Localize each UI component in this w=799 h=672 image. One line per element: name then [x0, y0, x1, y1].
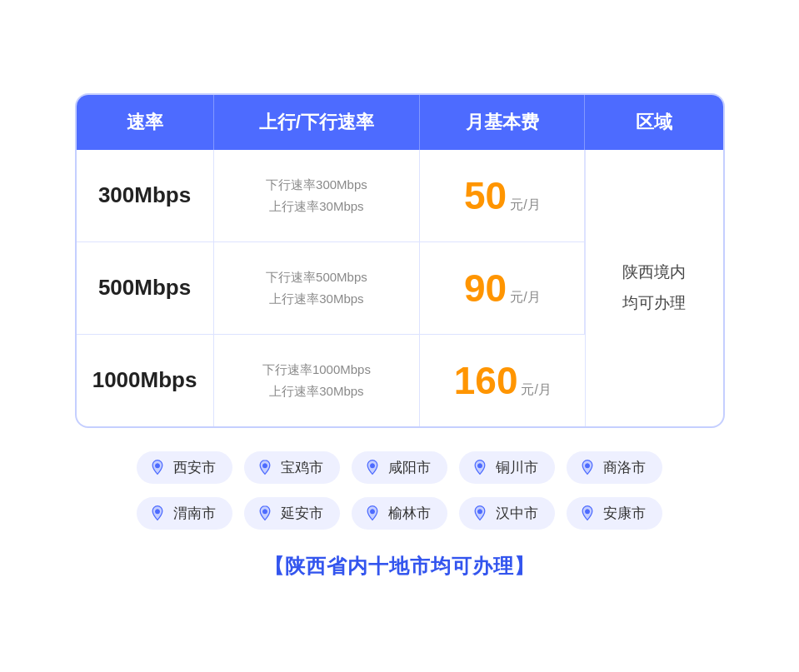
price-unit-300: 元/月 [510, 197, 540, 214]
detail-1000: 下行速率1000Mbps 上行速率30Mbps [214, 334, 421, 426]
location-icon [256, 458, 274, 476]
svg-point-9 [586, 463, 589, 466]
city-tag: 汉中市 [459, 497, 555, 530]
header-price: 月基本费 [420, 95, 585, 150]
city-tag: 安康市 [567, 497, 662, 530]
location-icon [578, 504, 597, 522]
city-name: 铜川市 [496, 458, 538, 477]
svg-point-3 [263, 463, 267, 466]
price-500: 90 元/月 [420, 241, 585, 334]
header-region: 区域 [585, 95, 722, 150]
location-icon [256, 504, 274, 522]
region-text: 陕西境内均可办理 [622, 257, 686, 317]
price-number-1000: 160 [454, 358, 518, 403]
table-header: 速率 上行/下行速率 月基本费 区域 [77, 95, 723, 150]
city-name: 安康市 [603, 504, 646, 523]
speed-1000: 1000Mbps [77, 334, 214, 426]
city-tag: 咸阳市 [352, 451, 447, 484]
main-container: 速率 上行/下行速率 月基本费 区域 300Mbps 下行速率300Mbps 上… [75, 68, 725, 605]
price-unit-500: 元/月 [510, 289, 540, 306]
city-name: 渭南市 [173, 504, 216, 523]
svg-point-19 [586, 509, 589, 512]
location-icon [363, 458, 382, 476]
svg-point-11 [156, 509, 159, 512]
price-table: 速率 上行/下行速率 月基本费 区域 300Mbps 下行速率300Mbps 上… [75, 93, 725, 428]
detail-500: 下行速率500Mbps 上行速率30Mbps [214, 241, 421, 334]
speed-500: 500Mbps [77, 241, 214, 334]
region-cell: 陕西境内均可办理 [585, 150, 722, 426]
svg-point-7 [478, 463, 482, 466]
detail-300: 下行速率300Mbps 上行速率30Mbps [214, 150, 421, 241]
city-tag: 宝鸡市 [244, 451, 340, 484]
price-number-500: 90 [464, 266, 507, 311]
price-1000: 160 元/月 [420, 334, 585, 426]
city-row-1: 西安市 宝鸡市 [137, 451, 662, 484]
city-name: 西安市 [173, 458, 216, 477]
header-speed: 速率 [77, 95, 214, 150]
price-300: 50 元/月 [420, 150, 585, 241]
svg-point-1 [156, 463, 159, 466]
city-section: 西安市 宝鸡市 [75, 451, 725, 530]
svg-point-5 [371, 463, 374, 466]
header-updown: 上行/下行速率 [214, 95, 421, 150]
location-icon [471, 504, 489, 522]
svg-point-17 [478, 509, 482, 512]
svg-point-13 [263, 509, 267, 512]
svg-point-15 [371, 509, 374, 512]
city-name: 榆林市 [388, 504, 431, 523]
city-name: 商洛市 [603, 458, 646, 477]
price-unit-1000: 元/月 [521, 381, 551, 399]
city-name: 汉中市 [496, 504, 538, 523]
city-tag: 榆林市 [352, 497, 447, 530]
city-tag: 铜川市 [459, 451, 555, 484]
footer-text: 【陕西省内十地市均可办理】 [264, 553, 535, 580]
location-icon [578, 458, 597, 476]
city-row-2: 渭南市 延安市 [137, 497, 662, 530]
price-number-300: 50 [464, 173, 507, 218]
city-name: 宝鸡市 [281, 458, 323, 477]
location-icon [148, 504, 167, 522]
location-icon [148, 458, 167, 476]
location-icon [471, 458, 489, 476]
city-tag: 西安市 [137, 451, 232, 484]
table-body: 300Mbps 下行速率300Mbps 上行速率30Mbps 50 元/月 陕西… [77, 150, 723, 426]
location-icon [363, 504, 382, 522]
city-name: 咸阳市 [388, 458, 431, 477]
city-tag: 商洛市 [567, 451, 662, 484]
city-tag: 延安市 [244, 497, 340, 530]
city-tag: 渭南市 [137, 497, 232, 530]
speed-300: 300Mbps [77, 150, 214, 241]
city-name: 延安市 [281, 504, 323, 523]
